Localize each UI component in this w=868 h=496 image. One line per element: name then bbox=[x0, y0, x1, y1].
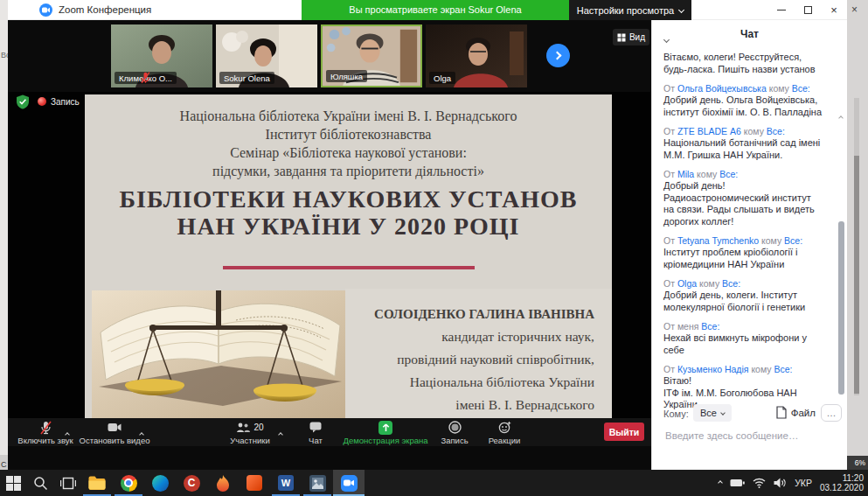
zoom-taskbar-icon[interactable] bbox=[333, 470, 365, 496]
taskbar-time: 11:20 bbox=[820, 473, 864, 484]
speaker-icon[interactable] bbox=[774, 478, 787, 488]
video-strip: Клименко О... Sokur Olena bbox=[8, 20, 651, 92]
recording-badge: Запись bbox=[38, 97, 80, 107]
chat-bubble-icon bbox=[309, 422, 322, 433]
send-to-label: Кому: bbox=[663, 409, 689, 419]
send-to-dropdown[interactable]: Все bbox=[693, 404, 732, 422]
system-tray: УКР 11:20 03.12.2020 bbox=[719, 470, 868, 496]
chat-message: От Olga кому Все: Добрий день, колеги. І… bbox=[663, 278, 823, 313]
attach-file-button[interactable]: Файл bbox=[776, 406, 816, 419]
presentation-slide: Національна бібліотека України імені В. … bbox=[85, 94, 612, 418]
maximize-button[interactable] bbox=[795, 0, 821, 20]
shared-screen-area: Запись Національна бібліотека України ім… bbox=[8, 92, 651, 418]
chat-message-input[interactable] bbox=[663, 430, 830, 442]
windows-logo-icon bbox=[6, 476, 21, 491]
grid-view-icon bbox=[617, 33, 626, 42]
share-screen-button[interactable]: Демонстрация экрана bbox=[333, 421, 438, 445]
close-button[interactable]: × bbox=[821, 0, 847, 20]
next-videos-button[interactable] bbox=[546, 44, 570, 67]
background-window-right: × 6% bbox=[847, 0, 868, 470]
chevron-right-icon bbox=[552, 52, 561, 60]
word-icon[interactable]: W bbox=[270, 470, 302, 496]
bottom-filler bbox=[8, 446, 651, 470]
chat-scroll-up-arrow[interactable] bbox=[839, 108, 843, 123]
slide-title: БІБЛІОТЕКИ НАУКОВИХ УСТАНОВ НАН УКРАЇНИ … bbox=[85, 185, 612, 240]
ccleaner-icon[interactable]: C bbox=[176, 470, 207, 496]
speaker-name: СОЛОІДЕНКО ГАЛИНА ІВАНІВНА bbox=[354, 303, 594, 325]
file-explorer-icon[interactable] bbox=[81, 470, 113, 496]
participant-nametag: Sokur Olena bbox=[219, 72, 274, 84]
office-icon[interactable] bbox=[239, 470, 270, 496]
chat-message: От ZTE BLADE А6 кому Все: Національний б… bbox=[663, 126, 823, 161]
chat-button[interactable]: Чат bbox=[294, 421, 337, 445]
view-button[interactable]: Вид bbox=[613, 29, 649, 45]
participants-button[interactable]: 20 Участники bbox=[219, 421, 281, 445]
view-settings-button[interactable]: Настройки просмотра bbox=[569, 0, 691, 20]
flame-app-icon[interactable] bbox=[207, 470, 239, 496]
background-scrollbar-thumb[interactable] bbox=[854, 156, 859, 394]
video-tile[interactable]: Клименко О... bbox=[111, 24, 212, 87]
minimize-icon bbox=[777, 10, 786, 10]
video-tile-active-speaker[interactable]: Юляшка bbox=[321, 24, 422, 87]
chat-message: От Tetyana Tymchenko кому Все: Інститут … bbox=[663, 235, 823, 270]
chevron-down-icon bbox=[720, 410, 726, 416]
video-tile[interactable]: Sokur Olena bbox=[216, 24, 317, 87]
hidden-icons-chevron[interactable] bbox=[718, 480, 723, 486]
chrome-icon[interactable] bbox=[113, 470, 144, 496]
start-button[interactable] bbox=[0, 470, 27, 496]
search-icon bbox=[33, 476, 48, 491]
edge-icon[interactable] bbox=[144, 470, 176, 496]
record-dot-icon bbox=[38, 97, 46, 106]
participant-nametag: Olga bbox=[429, 72, 455, 84]
wifi-icon[interactable] bbox=[753, 478, 766, 488]
taskbar-date: 03.12.2020 bbox=[820, 483, 864, 493]
minimize-button[interactable] bbox=[768, 0, 795, 20]
video-options-chevron[interactable] bbox=[140, 424, 143, 440]
chat-message: От Mila кому Все: Добрый день! Радиоастр… bbox=[663, 169, 823, 227]
video-tile[interactable]: Olga bbox=[426, 24, 527, 87]
speaker-info: СОЛОІДЕНКО ГАЛИНА ІВАНІВНА кандидат істо… bbox=[354, 303, 594, 416]
background-zoom-level: 6% bbox=[847, 456, 868, 470]
reactions-button[interactable]: Реакции bbox=[478, 421, 531, 445]
book-scales-image bbox=[92, 290, 345, 418]
chat-scrollbar[interactable] bbox=[838, 221, 844, 395]
folder-icon bbox=[88, 476, 106, 490]
taskbar-search-button[interactable] bbox=[27, 470, 54, 496]
photos-icon bbox=[309, 475, 326, 492]
leave-meeting-button[interactable]: Выйти bbox=[604, 423, 644, 441]
windows-taskbar: C W bbox=[0, 470, 868, 496]
recording-indicator: Запись bbox=[16, 93, 80, 110]
window-controls: × bbox=[768, 0, 847, 20]
screen-share-banner: Вы просматриваете экран Sokur Olena bbox=[302, 0, 569, 20]
zoom-meeting-window: Zoom Конференция Вы просматриваете экран… bbox=[8, 0, 847, 470]
chat-message: От меня Все: Нехай всі вимкнуть мікрофон… bbox=[663, 321, 823, 356]
photos-app-icon[interactable] bbox=[302, 470, 333, 496]
participants-options-chevron[interactable] bbox=[279, 424, 282, 440]
titlebar: Zoom Конференция Вы просматриваете экран… bbox=[8, 0, 847, 20]
slide-org-lines: Національна бібліотека України імені В. … bbox=[85, 107, 612, 180]
camera-icon bbox=[108, 423, 122, 432]
participants-icon bbox=[236, 423, 251, 433]
background-left-bottom: С bbox=[0, 455, 8, 470]
chat-message: Вітаємо, колеги! Реєструйтеся, будь-ласк… bbox=[663, 52, 823, 75]
participants-count: 20 bbox=[253, 423, 263, 432]
participant-nametag: Юляшка bbox=[326, 70, 367, 82]
language-indicator[interactable]: УКР bbox=[795, 478, 812, 488]
record-icon bbox=[448, 421, 462, 434]
stop-video-button[interactable]: Остановить видео bbox=[66, 421, 163, 445]
speaker-info-panel: СОЛОІДЕНКО ГАЛИНА ІВАНІВНА кандидат істо… bbox=[345, 289, 612, 418]
taskbar-clock[interactable]: 11:20 03.12.2020 bbox=[820, 473, 864, 493]
slide-accent-line bbox=[223, 266, 475, 269]
battery-icon[interactable] bbox=[730, 479, 745, 487]
background-window-left: Во С bbox=[0, 0, 8, 470]
chat-composer: Кому: Все Файл … bbox=[652, 398, 847, 470]
mic-muted-icon bbox=[40, 421, 52, 435]
flame-icon bbox=[216, 475, 230, 492]
more-options-button[interactable]: … bbox=[821, 404, 842, 422]
screen: Во С Zoom Конференция Вы просматриваете … bbox=[0, 0, 868, 496]
task-view-button[interactable] bbox=[54, 470, 81, 496]
maximize-icon bbox=[804, 6, 812, 14]
record-button[interactable]: Запись bbox=[428, 421, 481, 445]
chat-header: Чат bbox=[652, 20, 847, 46]
security-shield-icon bbox=[16, 94, 30, 109]
